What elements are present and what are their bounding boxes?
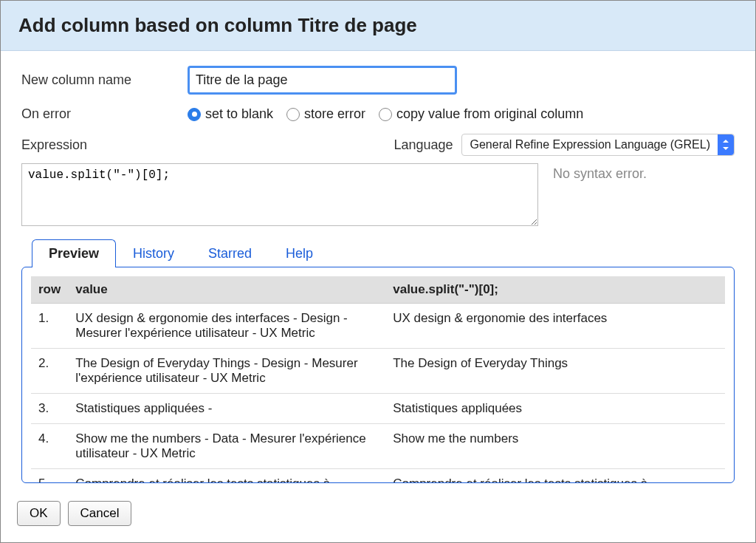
radio-label: set to blank <box>205 106 273 122</box>
cell-result: Comprendre et réaliser les tests statist… <box>385 469 725 484</box>
on-error-option-store[interactable]: store error <box>286 106 365 122</box>
cell-row-num: 5. <box>31 469 68 484</box>
cell-row-num: 4. <box>31 424 68 469</box>
language-select[interactable]: General Refine Expression Language (GREL… <box>461 134 735 156</box>
cell-value: UX design & ergonomie des interfaces - D… <box>68 304 385 349</box>
table-row: 3. Statistiques appliquées - Statistique… <box>31 394 725 424</box>
language-selected-text: General Refine Expression Language (GREL… <box>470 138 710 151</box>
cell-value: Show me the numbers - Data - Mesurer l'e… <box>68 424 385 469</box>
on-error-option-copy[interactable]: copy value from original column <box>379 106 583 122</box>
preview-header-row: row value value.split("-")[0]; <box>31 276 725 304</box>
table-row: 2. The Design of Everyday Things - Desig… <box>31 349 725 394</box>
expression-status-row: No syntax error. <box>21 163 735 226</box>
cell-value: The Design of Everyday Things - Design -… <box>68 349 385 394</box>
chevron-updown-icon <box>718 134 734 155</box>
cell-result: Statistiques appliquées <box>385 394 725 424</box>
on-error-option-blank[interactable]: set to blank <box>188 106 273 122</box>
cancel-button[interactable]: Cancel <box>68 501 132 526</box>
dialog-body: New column name On error set to blank st… <box>1 51 755 491</box>
cell-row-num: 3. <box>31 394 68 424</box>
preview-tab-content: row value value.split("-")[0]; 1. UX des… <box>21 267 735 483</box>
expression-label: Expression <box>21 137 394 153</box>
table-row: 1. UX design & ergonomie des interfaces … <box>31 304 725 349</box>
radio-label: store error <box>304 106 365 122</box>
language-label: Language <box>394 137 453 153</box>
new-column-name-label: New column name <box>21 72 188 88</box>
new-column-name-input[interactable] <box>188 66 457 95</box>
preview-table: row value value.split("-")[0]; 1. UX des… <box>31 276 725 483</box>
expression-language-row: Expression Language General Refine Expre… <box>21 134 735 156</box>
radio-icon <box>379 108 392 121</box>
col-header-value: value <box>68 276 385 304</box>
radio-icon <box>286 108 300 121</box>
col-header-row: row <box>31 276 68 304</box>
tab-starred[interactable]: Starred <box>191 239 269 267</box>
on-error-row: On error set to blank store error copy v… <box>21 106 735 122</box>
col-header-result: value.split("-")[0]; <box>385 276 725 304</box>
syntax-status: No syntax error. <box>553 163 647 182</box>
ok-button[interactable]: OK <box>17 501 61 526</box>
table-row: 4. Show me the numbers - Data - Mesurer … <box>31 424 725 469</box>
tab-preview[interactable]: Preview <box>32 239 116 267</box>
radio-icon <box>188 108 201 121</box>
on-error-label: On error <box>21 106 188 122</box>
add-column-dialog: Add column based on column Titre de page… <box>0 0 756 543</box>
cell-row-num: 1. <box>31 304 68 349</box>
tab-help[interactable]: Help <box>269 239 330 267</box>
cell-result: Show me the numbers <box>385 424 725 469</box>
expression-textarea[interactable] <box>21 163 538 226</box>
on-error-radio-group: set to blank store error copy value from… <box>188 106 583 122</box>
cell-result: UX design & ergonomie des interfaces <box>385 304 725 349</box>
dialog-footer: OK Cancel <box>1 491 755 542</box>
cell-row-num: 2. <box>31 349 68 394</box>
table-row: 5. Comprendre et réaliser les tests stat… <box>31 469 725 484</box>
radio-label: copy value from original column <box>396 106 583 122</box>
tab-history[interactable]: History <box>116 239 191 267</box>
cell-value: Statistiques appliquées - <box>68 394 385 424</box>
preview-tabs-container: Preview History Starred Help row value v… <box>21 239 735 483</box>
dialog-title: Add column based on column Titre de page <box>1 1 755 51</box>
tabs: Preview History Starred Help <box>32 239 735 267</box>
new-column-name-row: New column name <box>21 66 735 95</box>
cell-result: The Design of Everyday Things <box>385 349 725 394</box>
cell-value: Comprendre et réaliser les tests statist… <box>68 469 385 484</box>
